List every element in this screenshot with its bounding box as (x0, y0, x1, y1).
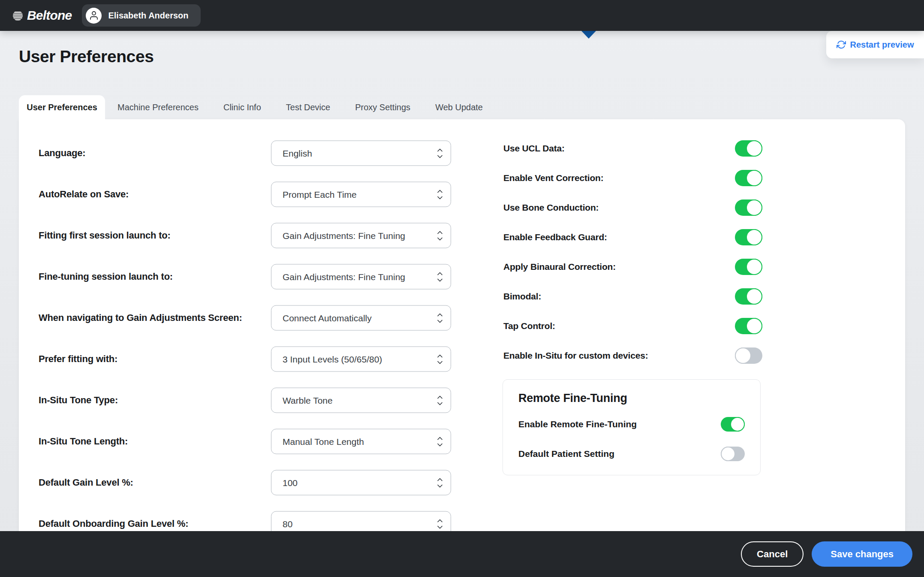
toggle-label: Tap Control: (503, 321, 555, 331)
field-label: Fitting first session launch to: (39, 230, 171, 241)
use-ucl-toggle[interactable] (735, 140, 762, 157)
gain-navigation-select[interactable]: Connect Automatically (271, 305, 451, 331)
default-patient-toggle[interactable] (721, 447, 745, 461)
field-label: When navigating to Gain Adjustments Scre… (39, 312, 242, 323)
action-bar: Cancel Save changes (0, 531, 924, 577)
insitu-tone-type-select[interactable]: Warble Tone (271, 388, 451, 413)
select-value: Gain Adjustments: Fine Tuning (283, 272, 405, 282)
form-row-autorelate: AutoRelate on Save: Prompt Each Time (19, 174, 495, 215)
toggle-knob (735, 347, 751, 364)
toggle-row-default-patient: Default Patient Setting (518, 439, 745, 468)
remote-fine-tuning-card: Remote Fine-Tuning Enable Remote Fine-Tu… (503, 379, 761, 475)
form-row-insitu-tone-type: In-Situ Tone Type: Warble Tone (19, 380, 495, 421)
select-value: Manual Tone Length (283, 436, 364, 447)
toggle-knob (746, 140, 762, 157)
toggle-knob (721, 447, 735, 461)
bone-conduction-toggle[interactable] (735, 199, 762, 216)
toggle-label: Default Patient Setting (518, 449, 614, 459)
toggle-row-binaural-correction: Apply Binaural Correction: (503, 252, 762, 281)
remote-fine-tuning-toggle[interactable] (721, 417, 745, 432)
user-chip[interactable]: Elisabeth Anderson (82, 4, 200, 27)
chevron-up-down-icon (436, 188, 443, 201)
vent-correction-toggle[interactable] (735, 170, 762, 186)
field-label: AutoRelate on Save: (39, 189, 129, 200)
toggle-row-bimodal: Bimodal: (503, 281, 762, 311)
tab-user-preferences[interactable]: User Preferences (19, 95, 105, 119)
remote-card-title: Remote Fine-Tuning (518, 392, 745, 405)
chevron-up-down-icon (436, 394, 443, 407)
toggle-column: Use UCL Data: Enable Vent Correction: Us… (503, 119, 762, 370)
brand-name: Beltone (27, 8, 72, 23)
chevron-up-down-icon (436, 517, 443, 530)
select-value: Warble Tone (283, 395, 333, 405)
toggle-row-bone-conduction: Use Bone Conduction: (503, 193, 762, 222)
chevron-up-down-icon (436, 476, 443, 489)
form-row-default-gain: Default Gain Level %: 100 (19, 462, 495, 503)
preferences-panel: Language: English AutoRelate on Save: Pr… (19, 119, 905, 561)
toggle-label: Enable In-Situ for custom devices: (503, 350, 648, 361)
toggle-label: Enable Feedback Guard: (503, 232, 607, 242)
tab-clinic-info[interactable]: Clinic Info (211, 95, 274, 119)
form-row-gain-navigation: When navigating to Gain Adjustments Scre… (19, 297, 495, 338)
cancel-button[interactable]: Cancel (741, 541, 804, 567)
toggle-knob (746, 288, 762, 305)
restart-preview-label: Restart preview (850, 40, 914, 50)
chevron-up-down-icon (436, 311, 443, 324)
tap-control-toggle[interactable] (735, 318, 762, 334)
tab-bar: User Preferences Machine Preferences Cli… (19, 95, 495, 119)
beltone-globe-icon (12, 10, 24, 21)
toggle-knob (746, 170, 762, 186)
select-value: Prompt Each Time (283, 189, 357, 199)
insitu-tone-length-select[interactable]: Manual Tone Length (271, 429, 451, 454)
tab-test-device[interactable]: Test Device (274, 95, 343, 119)
field-label: Default Gain Level %: (39, 477, 133, 488)
toggle-row-tap-control: Tap Control: (503, 311, 762, 341)
form-row-fitting-first-session: Fitting first session launch to: Gain Ad… (19, 215, 495, 256)
fine-tuning-session-select[interactable]: Gain Adjustments: Fine Tuning (271, 264, 451, 290)
field-label: Fine-tuning session launch to: (39, 271, 173, 282)
chevron-up-down-icon (436, 270, 443, 283)
toggle-label: Apply Binaural Correction: (503, 262, 616, 272)
select-value: Gain Adjustments: Fine Tuning (283, 230, 405, 241)
tab-web-update[interactable]: Web Update (423, 95, 495, 119)
select-column: Language: English AutoRelate on Save: Pr… (19, 119, 495, 544)
active-tab-pointer (581, 31, 596, 39)
default-gain-select[interactable]: 100 (271, 470, 451, 495)
form-row-prefer-fitting: Prefer fitting with: 3 Input Levels (50/… (19, 338, 495, 380)
save-changes-button[interactable]: Save changes (812, 541, 912, 567)
toggle-row-insitu-custom: Enable In-Situ for custom devices: (503, 341, 762, 370)
toggle-row-remote-fine-tuning: Enable Remote Fine-Tuning (518, 409, 745, 439)
feedback-guard-toggle[interactable] (735, 229, 762, 245)
form-row-language: Language: English (19, 133, 495, 174)
tab-proxy-settings[interactable]: Proxy Settings (343, 95, 423, 119)
field-label: Prefer fitting with: (39, 353, 117, 365)
toggle-label: Enable Remote Fine-Tuning (518, 419, 637, 429)
toggle-label: Use UCL Data: (503, 143, 565, 154)
select-value: 100 (283, 477, 298, 488)
toggle-knob (746, 318, 762, 334)
toggle-row-use-ucl: Use UCL Data: (503, 133, 762, 163)
toggle-row-vent-correction: Enable Vent Correction: (503, 163, 762, 193)
binaural-correction-toggle[interactable] (735, 259, 762, 275)
form-row-insitu-tone-length: In-Situ Tone Length: Manual Tone Length (19, 421, 495, 462)
chevron-up-down-icon (436, 353, 443, 366)
toggle-knob (746, 229, 762, 245)
page-title: User Preferences (19, 47, 153, 66)
tab-machine-preferences[interactable]: Machine Preferences (105, 95, 211, 119)
prefer-fitting-select[interactable]: 3 Input Levels (50/65/80) (271, 347, 451, 372)
toggle-row-feedback-guard: Enable Feedback Guard: (503, 222, 762, 252)
avatar (86, 8, 102, 24)
autorelate-select[interactable]: Prompt Each Time (271, 182, 451, 207)
insitu-custom-toggle[interactable] (735, 347, 762, 364)
toggle-label: Bimodal: (503, 291, 541, 302)
language-select[interactable]: English (271, 141, 451, 166)
app-header: Beltone Elisabeth Anderson (0, 0, 924, 31)
select-value: Connect Automatically (283, 313, 372, 323)
fitting-first-session-select[interactable]: Gain Adjustments: Fine Tuning (271, 223, 451, 248)
select-value: English (283, 148, 312, 158)
bimodal-toggle[interactable] (735, 288, 762, 305)
chevron-up-down-icon (436, 435, 443, 448)
field-label: In-Situ Tone Type: (39, 395, 118, 406)
restart-preview-button[interactable]: Restart preview (826, 31, 924, 58)
beltone-logo: Beltone (12, 8, 72, 23)
